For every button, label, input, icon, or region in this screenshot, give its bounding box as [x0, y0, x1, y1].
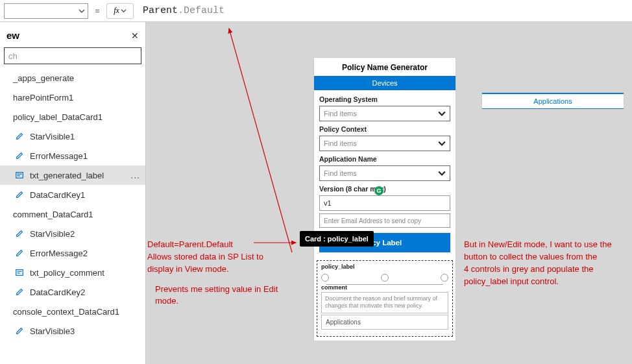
text-input-icon — [14, 267, 25, 278]
label-os: Operating System — [319, 95, 450, 103]
formula-prefix: Parent — [143, 5, 178, 16]
tree-item-label: console_context_DataCard1 — [13, 307, 119, 317]
tree-item-label: DataCardKey2 — [30, 287, 85, 297]
pencil-icon — [14, 131, 25, 141]
chevron-down-icon — [438, 110, 446, 117]
fx-label: fx — [114, 6, 119, 16]
formula-suffix: .Default — [178, 5, 225, 16]
anno-left-2: Allows stored data in SP List to — [147, 251, 297, 263]
tree-search-input[interactable]: ch — [4, 47, 141, 64]
tree-items-list: _apps_generateharePointForm1policy_label… — [0, 68, 145, 341]
dropdown-os[interactable]: Find items — [319, 106, 450, 121]
dropdown-placeholder: Find items — [324, 140, 357, 147]
tree-item[interactable]: harePointForm1 — [0, 88, 145, 107]
chevron-down-icon — [438, 140, 446, 147]
tree-item[interactable]: StarVisible1 — [0, 127, 145, 146]
tree-item-label: ErrorMessage1 — [30, 151, 88, 161]
formula-text[interactable]: Parent.Default — [138, 5, 225, 16]
tree-item-label: policy_label_DataCard1 — [13, 112, 103, 122]
anno-right-2: button to collect the values from the — [464, 251, 632, 263]
pencil-icon — [14, 326, 25, 336]
pencil-icon — [14, 228, 25, 239]
pencil-icon — [14, 248, 25, 258]
tab-applications[interactable]: Applications — [481, 93, 624, 109]
tree-item-label: harePointForm1 — [13, 93, 73, 103]
generate-button[interactable]: Card : policy_label licy Label — [319, 233, 450, 252]
text-input-icon — [14, 170, 25, 180]
tree-item[interactable]: ErrorMessage1 — [0, 146, 145, 165]
svg-rect-0 — [16, 173, 23, 178]
anno-left-3: display in View mode. — [147, 263, 297, 276]
label-version: Version (8 char max) — [319, 185, 450, 193]
tree-item-label: comment_DataCard1 — [13, 210, 93, 219]
tree-item[interactable]: StarVisible2 — [0, 224, 145, 243]
handle[interactable] — [381, 274, 389, 282]
datacard-selection[interactable]: policy_label comment Document the reason… — [317, 260, 453, 337]
app-preview: Policy Name Generator Applications Devic… — [313, 57, 456, 341]
anno-left-5: mode. — [147, 295, 297, 308]
email-placeholder: Enter Email Address to send copy — [324, 217, 421, 224]
search-placeholder: ch — [8, 51, 18, 61]
label-policy-context: Policy Context — [319, 125, 450, 133]
equals-sign: = — [92, 6, 103, 16]
tree-item[interactable]: txt_policy_comment — [0, 263, 145, 282]
grammarly-icon[interactable]: G — [374, 186, 383, 195]
tree-item[interactable]: comment_DataCard1 — [0, 204, 145, 224]
pencil-icon — [14, 189, 25, 200]
svg-line-6 — [229, 29, 292, 252]
selection-handles — [320, 270, 450, 283]
input-comment[interactable]: Document the reason and brief summary of… — [321, 292, 448, 313]
dropdown-appname[interactable]: Find items — [319, 165, 450, 181]
tree-item[interactable]: txt_generated_label... — [0, 165, 145, 185]
version-value: v1 — [324, 199, 332, 207]
dropdown-policy-context[interactable]: Find items — [319, 136, 450, 151]
annotation-left: Default=Parent.Default Allows stored dat… — [147, 239, 297, 308]
tree-item[interactable]: DataCardKey1 — [0, 185, 145, 204]
tree-item-label: DataCardKey1 — [30, 190, 85, 200]
tree-item-label: StarVisible1 — [30, 132, 75, 141]
fx-button[interactable]: fx — [106, 3, 134, 19]
tree-item-label: txt_policy_comment — [30, 268, 104, 278]
pencil-icon — [14, 287, 25, 297]
chevron-down-icon — [79, 8, 85, 14]
anno-left-4: Prevents me setting value in Edit — [147, 284, 297, 296]
tree-item[interactable]: ErrorMessage2 — [0, 243, 145, 263]
formula-bar: = fx Parent.Default — [0, 0, 632, 22]
tree-item[interactable]: _apps_generate — [0, 68, 145, 88]
tree-item[interactable]: StarVisible3 — [0, 321, 145, 341]
pencil-icon — [14, 151, 25, 161]
dropdown-placeholder: Find items — [324, 110, 357, 117]
close-icon[interactable]: ✕ — [131, 30, 139, 41]
tree-item-label: StarVisible3 — [30, 326, 75, 336]
tree-item-label: ErrorMessage2 — [30, 249, 88, 258]
selection-line — [326, 284, 443, 285]
design-canvas: Policy Name Generator Applications Devic… — [146, 22, 632, 364]
anno-right-4: policy_label input control. — [464, 276, 632, 288]
anno-right-1: But in New/Edit mode, I want to use the — [464, 239, 632, 251]
chevron-down-icon — [121, 8, 127, 14]
handle[interactable] — [441, 274, 448, 282]
tree-item[interactable]: policy_label_DataCard1 — [0, 107, 145, 127]
tab-bar: Applications Devices — [314, 76, 456, 90]
chevron-down-icon — [438, 169, 446, 177]
tree-item[interactable]: DataCardKey2 — [0, 282, 145, 302]
tree-item-label: _apps_generate — [13, 73, 74, 83]
dropdown-placeholder: Find items — [324, 169, 357, 177]
more-icon[interactable]: ... — [130, 170, 140, 180]
tree-title: ew — [6, 30, 19, 41]
input-version[interactable]: v1 — [319, 195, 450, 211]
annotation-right: But in New/Edit mode, I want to use the … — [464, 239, 632, 287]
label-comment: comment — [320, 284, 450, 291]
form-body: Operating System Find items Policy Conte… — [314, 90, 456, 258]
tree-item[interactable]: console_context_DataCard1 — [0, 302, 145, 321]
row-applications[interactable]: Applications — [321, 315, 448, 330]
anno-right-3: 4 controls in grey and populate the — [464, 263, 632, 276]
property-dropdown[interactable] — [4, 3, 88, 19]
tree-item-label: StarVisible2 — [30, 229, 75, 239]
tree-header: ew ✕ — [0, 22, 145, 45]
handle[interactable] — [321, 274, 329, 282]
tab-devices[interactable]: Devices — [314, 76, 456, 90]
input-email[interactable]: Enter Email Address to send copy — [319, 213, 450, 228]
tree-view-panel: ew ✕ ch _apps_generateharePointForm1poli… — [0, 22, 146, 364]
tree-item-label: txt_generated_label — [30, 171, 104, 180]
